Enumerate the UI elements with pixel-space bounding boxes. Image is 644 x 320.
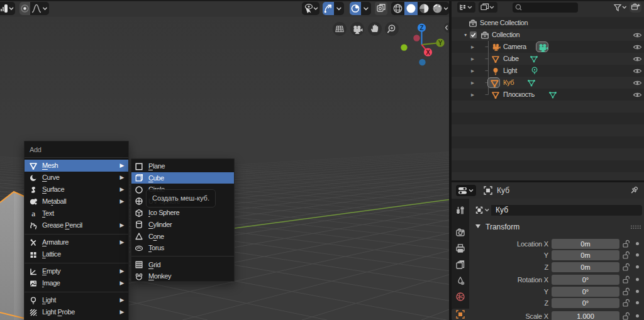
svg-text:Z: Z <box>419 25 423 31</box>
svg-text:Y: Y <box>438 40 443 47</box>
svg-text:X: X <box>426 49 430 56</box>
